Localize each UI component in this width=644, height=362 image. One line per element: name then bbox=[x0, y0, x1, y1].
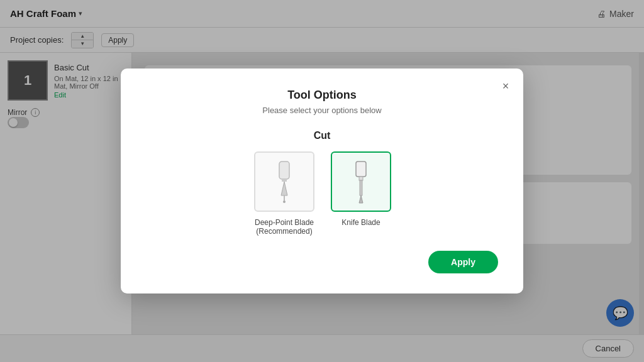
knife-blade-box[interactable] bbox=[331, 151, 391, 212]
svg-rect-14 bbox=[359, 177, 363, 180]
tool-option-deep-point[interactable]: Deep-Point Blade (Recommended) bbox=[253, 151, 316, 236]
modal-close-button[interactable]: × bbox=[497, 77, 514, 95]
modal-section-cut: Cut bbox=[146, 130, 498, 141]
knife-blade-label: Knife Blade bbox=[341, 218, 380, 227]
deep-point-blade-label: Deep-Point Blade (Recommended) bbox=[253, 218, 316, 236]
svg-marker-10 bbox=[281, 182, 287, 195]
svg-rect-15 bbox=[360, 180, 362, 195]
modal-footer: Apply bbox=[146, 251, 498, 273]
svg-rect-13 bbox=[356, 162, 366, 177]
tool-options-modal: × Tool Options Please select your option… bbox=[121, 69, 523, 293]
modal-overlay: × Tool Options Please select your option… bbox=[0, 0, 644, 362]
app-background: AH Craft Foam ▾ 🖨 Maker Project copies: … bbox=[0, 0, 644, 362]
svg-rect-8 bbox=[279, 162, 289, 179]
svg-rect-9 bbox=[282, 179, 287, 182]
modal-title: Tool Options bbox=[146, 89, 498, 102]
tool-option-knife-blade[interactable]: Knife Blade bbox=[331, 151, 391, 236]
modal-apply-button[interactable]: Apply bbox=[428, 251, 498, 273]
svg-point-12 bbox=[283, 200, 286, 203]
modal-subtitle: Please select your options below bbox=[146, 106, 498, 115]
svg-marker-16 bbox=[359, 195, 363, 203]
deep-point-blade-box[interactable] bbox=[254, 151, 314, 212]
tool-options-row: Deep-Point Blade (Recommended) Knife Bla… bbox=[146, 151, 498, 236]
